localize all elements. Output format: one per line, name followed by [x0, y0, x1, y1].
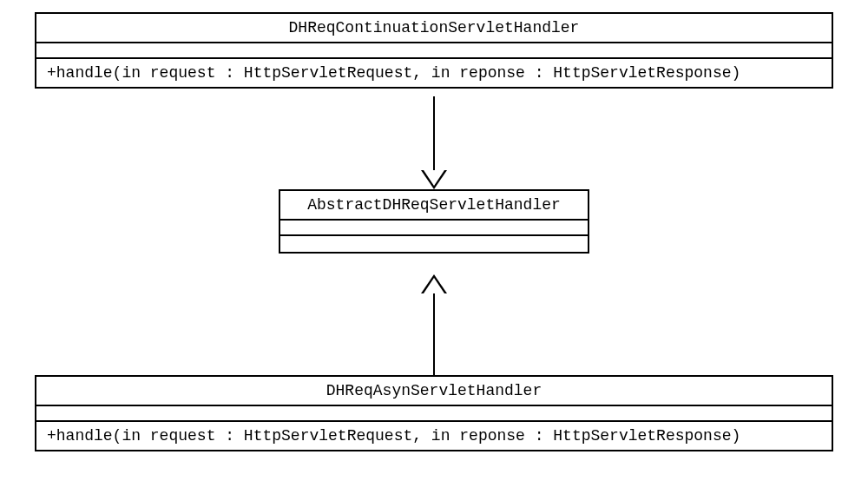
class-name: DHReqContinuationServletHandler [36, 14, 832, 43]
class-operation: +handle(in request : HttpServletRequest,… [36, 59, 832, 87]
uml-class-continuation-handler: DHReqContinuationServletHandler +handle(… [35, 12, 833, 89]
generalization-line-bottom [433, 293, 435, 375]
generalization-arrow-top-fill [424, 170, 444, 186]
class-name: AbstractDHReqServletHandler [280, 191, 588, 221]
uml-class-asyn-handler: DHReqAsynServletHandler +handle(in reque… [35, 375, 833, 451]
generalization-arrow-bottom-fill [424, 278, 444, 293]
uml-class-abstract-handler: AbstractDHReqServletHandler [279, 189, 589, 254]
class-operations-empty [280, 236, 588, 252]
class-operation: +handle(in request : HttpServletRequest,… [36, 422, 832, 450]
class-attributes-empty [36, 43, 832, 59]
class-attributes-empty [36, 406, 832, 422]
class-attributes-empty [280, 221, 588, 236]
generalization-line-top [433, 96, 435, 170]
class-name: DHReqAsynServletHandler [36, 377, 832, 406]
